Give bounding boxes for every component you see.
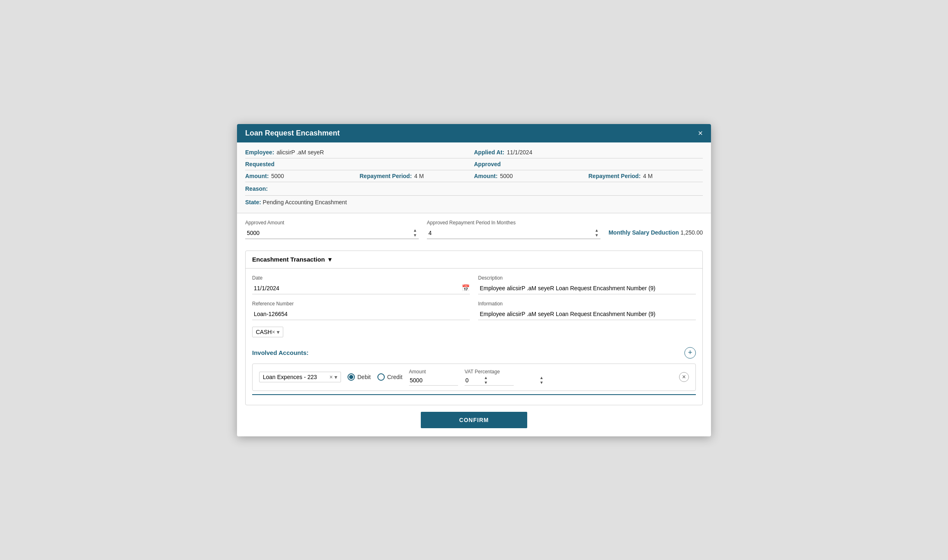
- state-row: State: Pending Accounting Encashment: [245, 195, 703, 209]
- approved-period-group: Approved Repayment Period In Monthes ▲ ▼: [427, 220, 600, 239]
- approved-period-spin: ▲ ▼: [427, 227, 600, 239]
- req-repayment-col: Repayment Period: 4 M: [360, 173, 474, 179]
- form-section: Approved Amount ▲ ▼ Approved Repayment P…: [237, 213, 711, 251]
- credit-radio-item[interactable]: Credit: [377, 373, 402, 381]
- ref-group: Reference Number: [252, 301, 470, 320]
- ref-label: Reference Number: [252, 301, 470, 307]
- involved-header: Involved Accounts: +: [252, 344, 696, 364]
- approved-amount-spinners: ▲ ▼: [411, 228, 419, 238]
- applied-at-value: 11/1/2024: [507, 149, 532, 156]
- transaction-title: Encashment Transaction: [252, 256, 325, 263]
- approved-amount-up[interactable]: ▲: [411, 228, 419, 233]
- req-repayment-label: Repayment Period:: [360, 173, 412, 179]
- approved-period-down[interactable]: ▼: [593, 233, 600, 238]
- ref-input[interactable]: [252, 308, 470, 320]
- approved-amount-down[interactable]: ▼: [411, 233, 419, 238]
- req-amount-label: Amount:: [245, 173, 269, 179]
- account-row: Loan Expences - 223 × ▾ Debit Credit: [252, 364, 696, 391]
- remove-account-button[interactable]: ×: [679, 372, 689, 382]
- approved-col: Approved: [474, 161, 703, 167]
- cash-value: CASH: [256, 329, 272, 335]
- cash-select-wrap: CASH × ▾: [252, 327, 283, 337]
- requested-label: Requested: [245, 161, 275, 167]
- app-amount-value: 5000: [500, 173, 513, 179]
- reason-label: Reason:: [245, 185, 268, 192]
- description-label: Description: [478, 275, 696, 281]
- monthly-deduction-display: Monthly Salary Deduction 1,250.00: [609, 229, 703, 239]
- approved-period-input[interactable]: [427, 227, 593, 239]
- involved-label: Involved Accounts:: [252, 349, 309, 356]
- transaction-section: Encashment Transaction ▾ Date 📅 Descript…: [245, 251, 703, 405]
- req-amount-value: 5000: [271, 173, 284, 179]
- modal-container: Loan Request Encashment × Employee: alic…: [237, 124, 711, 436]
- vat-input[interactable]: [465, 375, 538, 385]
- monthly-deduction-label: Monthly Salary Deduction: [609, 229, 679, 236]
- req-approved-labels-row: Requested Approved: [245, 158, 703, 170]
- debit-radio-item[interactable]: Debit: [348, 373, 371, 381]
- approved-period-spinners: ▲ ▼: [593, 228, 600, 238]
- transaction-body: Date 📅 Description Reference Number: [246, 269, 702, 405]
- vat-spinners: ▲ ▼: [538, 375, 545, 385]
- account-select-actions: × ▾: [330, 374, 337, 380]
- ref-info-row: Reference Number Information: [252, 301, 696, 320]
- monthly-deduction-value: 1,250.00: [681, 229, 703, 236]
- info-input[interactable]: [478, 308, 696, 320]
- info-group: Information: [478, 301, 696, 320]
- applied-at-col: Applied At: 11/1/2024: [474, 149, 703, 156]
- add-account-button[interactable]: +: [684, 347, 696, 359]
- amount-spin-wrap: ▲ ▼: [409, 375, 458, 386]
- modal-header: Loan Request Encashment ×: [237, 124, 711, 142]
- calendar-icon[interactable]: 📅: [462, 284, 470, 292]
- confirm-button[interactable]: CONFIRM: [421, 412, 527, 428]
- approved-period-up[interactable]: ▲: [593, 228, 600, 233]
- employee-col: Employee: alicsirP .aM seyeR: [245, 149, 474, 156]
- debit-radio[interactable]: [348, 373, 355, 381]
- amount-group: Amount ▲ ▼: [409, 369, 458, 386]
- amounts-row: Amount: 5000 Repayment Period: 4 M Amoun…: [245, 170, 703, 182]
- approved-label: Approved: [474, 161, 501, 167]
- employee-row: Employee: alicsirP .aM seyeR Applied At:…: [245, 147, 703, 158]
- account-dropdown-icon[interactable]: ▾: [334, 374, 337, 380]
- req-repayment-value: 4 M: [414, 173, 424, 179]
- approved-amount-input[interactable]: [245, 227, 411, 239]
- date-input-wrap: 📅: [252, 282, 470, 294]
- date-group: Date 📅: [252, 275, 470, 294]
- cash-dropdown-icon[interactable]: ▾: [277, 329, 280, 335]
- app-amount-label: Amount:: [474, 173, 498, 179]
- description-group: Description: [478, 275, 696, 294]
- employee-value: alicsirP .aM seyeR: [277, 149, 324, 156]
- credit-radio[interactable]: [377, 373, 385, 381]
- app-repayment-col: Repayment Period: 4 M: [589, 173, 703, 179]
- app-repayment-label: Repayment Period:: [589, 173, 641, 179]
- approved-amount-spin: ▲ ▼: [245, 227, 419, 239]
- vat-up[interactable]: ▲: [538, 375, 545, 380]
- employee-label: Employee:: [245, 149, 274, 156]
- vat-group: VAT Percentage ▲ ▼: [465, 369, 514, 386]
- transaction-header[interactable]: Encashment Transaction ▾: [246, 251, 702, 269]
- info-label: Information: [478, 301, 696, 307]
- info-section: Employee: alicsirP .aM seyeR Applied At:…: [237, 142, 711, 213]
- cash-row: CASH × ▾: [252, 327, 696, 337]
- approved-amount-label: Approved Amount: [245, 220, 419, 226]
- debit-label: Debit: [357, 374, 371, 380]
- account-select-wrap: Loan Expences - 223 × ▾: [259, 372, 341, 382]
- close-button[interactable]: ×: [698, 129, 703, 137]
- cash-select-actions: × ▾: [272, 329, 280, 335]
- app-repayment-value: 4 M: [643, 173, 652, 179]
- approved-fields-row: Approved Amount ▲ ▼ Approved Repayment P…: [245, 220, 703, 239]
- applied-at-label: Applied At:: [474, 149, 504, 156]
- vat-label: VAT Percentage: [465, 369, 514, 375]
- date-label: Date: [252, 275, 470, 281]
- transaction-chevron-icon: ▾: [328, 256, 332, 263]
- app-amount-col: Amount: 5000: [474, 173, 589, 179]
- req-amount-col: Amount: 5000: [245, 173, 360, 179]
- vat-down[interactable]: ▼: [538, 380, 545, 385]
- description-input[interactable]: [478, 282, 696, 294]
- date-input[interactable]: [252, 282, 462, 294]
- state-value: Pending Accounting Encashment: [263, 199, 347, 205]
- cash-clear-icon[interactable]: ×: [272, 329, 275, 335]
- account-clear-icon[interactable]: ×: [330, 374, 333, 380]
- date-desc-row: Date 📅 Description: [252, 275, 696, 294]
- modal-title: Loan Request Encashment: [245, 129, 340, 138]
- credit-label: Credit: [387, 374, 402, 380]
